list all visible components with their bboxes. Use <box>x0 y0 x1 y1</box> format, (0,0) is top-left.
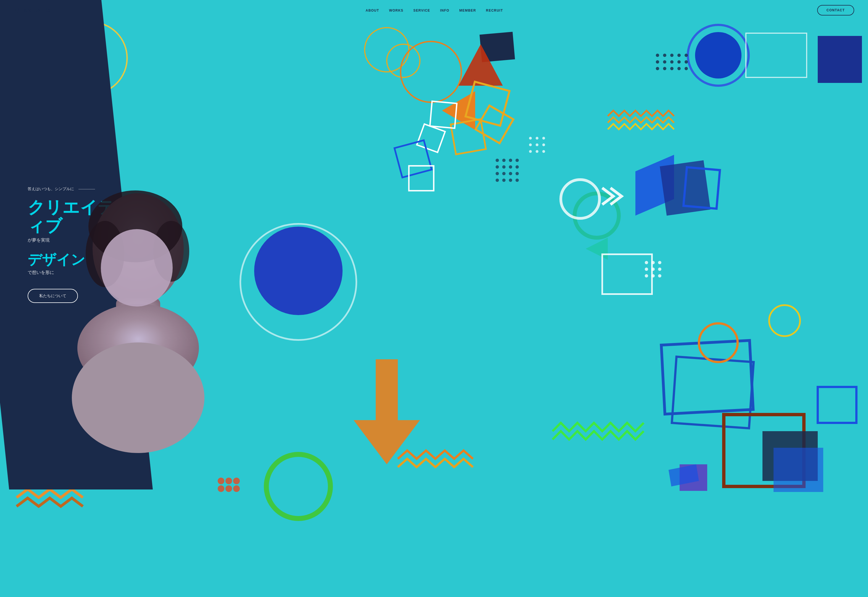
svg-point-103 <box>645 274 648 278</box>
svg-point-29 <box>254 227 342 315</box>
nav-service[interactable]: SERVICE <box>413 9 430 12</box>
svg-point-97 <box>645 261 648 264</box>
svg-point-54 <box>536 150 538 153</box>
svg-rect-27 <box>394 140 432 177</box>
svg-rect-82 <box>672 357 754 428</box>
svg-point-92 <box>233 478 240 484</box>
svg-point-32 <box>502 159 505 162</box>
svg-point-31 <box>496 159 499 162</box>
svg-point-61 <box>656 53 659 57</box>
svg-point-40 <box>502 172 505 175</box>
svg-point-44 <box>502 178 505 182</box>
svg-rect-24 <box>450 119 486 154</box>
svg-point-36 <box>502 165 505 169</box>
svg-point-55 <box>542 150 545 153</box>
svg-point-57 <box>561 180 600 218</box>
nav-member[interactable]: MEMBER <box>459 9 476 12</box>
logo-ampersand: & <box>14 5 21 15</box>
nav-info[interactable]: INFO <box>440 9 449 12</box>
svg-marker-76 <box>818 36 862 83</box>
svg-point-74 <box>677 67 681 70</box>
svg-point-46 <box>515 178 519 182</box>
svg-point-64 <box>677 53 681 57</box>
svg-point-52 <box>542 143 545 146</box>
svg-point-56 <box>575 193 619 238</box>
svg-point-68 <box>670 60 674 64</box>
hero-person-image <box>55 30 221 597</box>
svg-rect-81 <box>661 340 753 414</box>
svg-point-70 <box>684 60 688 64</box>
svg-point-42 <box>515 172 519 175</box>
svg-rect-26 <box>417 124 445 153</box>
nav-works[interactable]: WORKS <box>389 9 403 12</box>
svg-point-47 <box>529 137 532 140</box>
svg-rect-19 <box>480 32 515 62</box>
nav-about[interactable]: ABOUT <box>366 9 379 12</box>
hero-section: 答えはいつも、シンプルに クリエイティブ が夢を実現 デザイン で想いを形に 私… <box>0 0 868 597</box>
svg-point-34 <box>515 159 519 162</box>
svg-marker-89 <box>354 359 420 464</box>
nav-recruit[interactable]: RECRUIT <box>486 9 503 12</box>
svg-rect-78 <box>660 160 710 216</box>
svg-point-38 <box>515 165 519 169</box>
svg-rect-25 <box>430 101 457 128</box>
svg-point-48 <box>536 137 538 140</box>
contact-button[interactable]: CONTACT <box>817 5 854 15</box>
svg-point-84 <box>699 323 738 362</box>
svg-rect-107 <box>773 448 823 492</box>
svg-rect-22 <box>465 82 510 126</box>
svg-point-58 <box>695 32 742 79</box>
svg-point-88 <box>266 454 330 518</box>
svg-point-59 <box>688 25 749 86</box>
svg-marker-21 <box>442 91 475 130</box>
svg-marker-87 <box>668 464 699 486</box>
svg-point-65 <box>684 53 688 57</box>
svg-point-30 <box>240 224 356 340</box>
logo[interactable]: & and Co.,Ltd. <box>14 5 52 15</box>
svg-point-105 <box>658 274 661 278</box>
svg-rect-28 <box>409 166 434 191</box>
svg-rect-96 <box>602 254 652 294</box>
svg-point-37 <box>509 165 512 169</box>
svg-point-99 <box>658 261 661 264</box>
svg-rect-86 <box>680 464 707 491</box>
svg-point-51 <box>536 143 538 146</box>
svg-point-69 <box>677 60 681 64</box>
svg-rect-23 <box>476 105 514 143</box>
svg-point-73 <box>670 67 674 70</box>
svg-point-104 <box>652 274 655 278</box>
svg-point-94 <box>225 485 232 492</box>
svg-point-63 <box>670 53 674 57</box>
svg-point-16 <box>365 28 409 72</box>
svg-point-18 <box>401 42 461 102</box>
svg-rect-106 <box>763 431 818 481</box>
svg-point-95 <box>233 485 240 492</box>
nav-links: ABOUT WORKS SERVICE INFO MEMBER RECRUIT <box>366 8 503 13</box>
svg-marker-20 <box>459 44 503 86</box>
svg-point-91 <box>225 478 232 484</box>
svg-point-33 <box>509 159 512 162</box>
svg-point-62 <box>663 53 667 57</box>
svg-point-43 <box>496 178 499 182</box>
svg-point-41 <box>509 172 512 175</box>
svg-point-66 <box>656 60 659 64</box>
svg-point-117 <box>101 229 173 306</box>
svg-point-101 <box>652 267 655 271</box>
svg-point-50 <box>529 143 532 146</box>
svg-point-35 <box>496 165 499 169</box>
svg-point-53 <box>529 150 532 153</box>
svg-point-85 <box>769 305 800 336</box>
svg-point-49 <box>542 137 545 140</box>
svg-point-71 <box>656 67 659 70</box>
svg-point-118 <box>72 342 204 453</box>
svg-point-98 <box>652 261 655 264</box>
svg-rect-83 <box>724 414 804 486</box>
svg-rect-79 <box>683 167 720 209</box>
svg-marker-80 <box>586 238 608 260</box>
svg-rect-60 <box>746 33 807 77</box>
svg-rect-110 <box>818 387 856 423</box>
svg-point-67 <box>663 60 667 64</box>
svg-marker-77 <box>635 155 674 215</box>
svg-point-75 <box>684 67 688 70</box>
svg-point-102 <box>658 267 661 271</box>
